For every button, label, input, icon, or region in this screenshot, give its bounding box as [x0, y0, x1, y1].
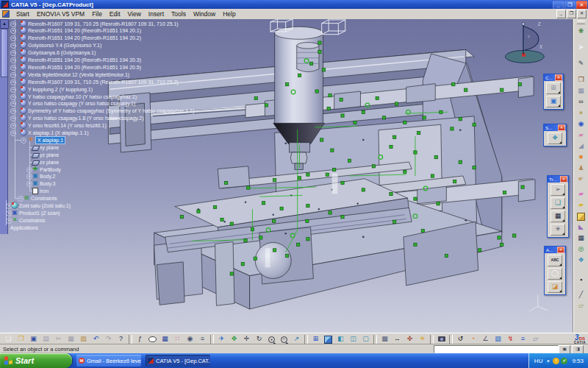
shaded-view-icon[interactable]: ◧: [335, 334, 346, 344]
palette-title-bar[interactable]: A...✕: [545, 247, 565, 253]
tree-item-label[interactable]: Symmetry of Y hatso csapagyhaz (Symmetry…: [28, 107, 194, 114]
constraint-marker[interactable]: [417, 131, 420, 134]
normal-view-icon[interactable]: ↗: [291, 334, 302, 344]
constraint-marker[interactable]: [393, 220, 396, 223]
tree-item-label[interactable]: Applications: [10, 224, 38, 231]
select-cursor-icon[interactable]: ➤: [576, 43, 587, 52]
constraint-marker[interactable]: [327, 107, 330, 110]
tree-item-label[interactable]: Rexroth-R1651 194 20 (Rexroth-R1651 194 …: [28, 57, 141, 63]
tree-expand-icon[interactable]: +: [10, 57, 16, 63]
new-document-icon[interactable]: ❏: [3, 334, 14, 344]
person-icon[interactable]: ♟: [576, 163, 587, 173]
balloon-icon[interactable]: ◯: [548, 268, 562, 280]
constraint-marker[interactable]: [501, 243, 503, 246]
constraint-marker[interactable]: [445, 254, 448, 257]
constraint-marker[interactable]: [318, 50, 321, 53]
constraint-marker[interactable]: [453, 180, 456, 183]
constraint-marker[interactable]: [362, 188, 365, 191]
child-restore-button[interactable]: ❐: [567, 10, 576, 18]
constraint-marker[interactable]: [434, 155, 437, 158]
constraint-marker[interactable]: [404, 121, 406, 124]
constraint-marker[interactable]: [298, 74, 301, 77]
tree-item-label[interactable]: Body.2: [40, 173, 55, 180]
snap-icon[interactable]: ❏: [551, 197, 565, 209]
constraint-marker[interactable]: [265, 104, 268, 107]
constraint-marker[interactable]: [451, 127, 453, 130]
tree-expand-icon[interactable]: +: [6, 210, 12, 216]
tree-item-label[interactable]: X alaplap.1: [35, 136, 65, 144]
eraser-icon[interactable]: ▰: [576, 130, 587, 140]
menu-file[interactable]: File: [88, 10, 106, 18]
toolbar-grip[interactable]: [577, 21, 585, 24]
constraint-marker[interactable]: [230, 222, 233, 225]
constraint-marker[interactable]: [390, 192, 392, 195]
scale-icon[interactable]: ✳: [551, 224, 565, 236]
palette-close-icon[interactable]: ✕: [557, 247, 564, 253]
constraint-marker[interactable]: [459, 160, 462, 163]
constraint-marker[interactable]: [376, 96, 379, 99]
line-icon[interactable]: ╱: [576, 290, 587, 300]
tree-item-label[interactable]: yz plane: [40, 152, 59, 158]
constraint-marker[interactable]: [362, 110, 365, 113]
constraint-marker[interactable]: [341, 181, 344, 184]
window-layers-icon[interactable]: ▦: [576, 86, 587, 96]
redo-icon[interactable]: ↷: [103, 334, 114, 344]
binoculars-icon[interactable]: ∞: [576, 97, 587, 107]
states-icon[interactable]: ≡: [517, 334, 528, 344]
undo-icon[interactable]: ↶: [90, 334, 101, 344]
clock[interactable]: 9:53: [572, 358, 584, 364]
search-icon[interactable]: ◉: [184, 334, 196, 344]
constraint-marker[interactable]: [465, 88, 467, 91]
task-button-gmail[interactable]: MGmail - Beérkező level...: [76, 355, 141, 367]
constraint-marker[interactable]: [322, 68, 325, 71]
pan-icon[interactable]: ✛: [241, 334, 252, 344]
constraint-marker[interactable]: [501, 88, 503, 91]
hide-show-icon[interactable]: ▩: [379, 334, 390, 344]
constraint-marker[interactable]: [262, 202, 265, 205]
part-book-icon[interactable]: ❒: [576, 75, 587, 85]
constraint-marker[interactable]: [341, 114, 344, 117]
menu-help[interactable]: Help: [219, 10, 239, 18]
constraint-marker[interactable]: [297, 243, 300, 246]
scroll-up-arrow[interactable]: ▲: [0, 19, 9, 29]
surface-yellow-icon[interactable]: ▰: [576, 200, 587, 210]
camera-icon[interactable]: [436, 334, 447, 344]
constraint-marker[interactable]: [254, 96, 257, 99]
language-indicator[interactable]: HU: [534, 358, 543, 364]
pad-orange-icon[interactable]: ■: [576, 152, 587, 162]
constraint-marker[interactable]: [331, 149, 334, 152]
lightning-icon[interactable]: ↯: [505, 334, 516, 344]
update-clock-icon[interactable]: ◔: [467, 334, 478, 344]
constraint-marker[interactable]: [333, 168, 336, 171]
hidden-line-view-icon[interactable]: ◫: [348, 334, 359, 344]
weld-icon[interactable]: ◪: [548, 281, 562, 293]
tree-expand-icon[interactable]: +: [10, 87, 16, 93]
axis-icon[interactable]: ∠: [480, 334, 491, 344]
menu-start[interactable]: Start: [12, 10, 33, 18]
save-icon[interactable]: ▣: [28, 334, 39, 344]
constraint-marker[interactable]: [393, 135, 396, 138]
update-gear-icon[interactable]: ❋: [576, 26, 587, 36]
constraint-marker[interactable]: [404, 170, 406, 173]
constraint-marker[interactable]: [395, 102, 398, 105]
smart-move-grid-icon[interactable]: ▦: [551, 210, 565, 222]
chat-bubble-icon[interactable]: [147, 334, 158, 344]
palette-title-bar[interactable]: C...✕: [544, 74, 563, 81]
print-icon[interactable]: ▤: [40, 334, 51, 344]
constraint-marker[interactable]: [259, 236, 262, 239]
box-blue-icon[interactable]: ▧: [492, 334, 503, 344]
constraint-marker[interactable]: [244, 239, 247, 242]
menu-window[interactable]: Window: [190, 10, 219, 18]
constraint-marker[interactable]: [273, 219, 276, 222]
constraint-marker[interactable]: [273, 179, 276, 182]
constraint-marker[interactable]: [452, 83, 455, 86]
constraint-marker[interactable]: [318, 41, 321, 44]
constraint-marker[interactable]: [225, 181, 228, 184]
design-table-icon[interactable]: ▦: [159, 334, 171, 344]
constraint-marker[interactable]: [241, 263, 244, 266]
structure-chart-icon[interactable]: ∷: [172, 334, 183, 344]
constraint-marker[interactable]: [421, 229, 424, 232]
tree-item-label[interactable]: zx plane: [40, 159, 59, 166]
constraint-marker[interactable]: [286, 83, 289, 86]
constraint-marker[interactable]: [306, 204, 309, 207]
